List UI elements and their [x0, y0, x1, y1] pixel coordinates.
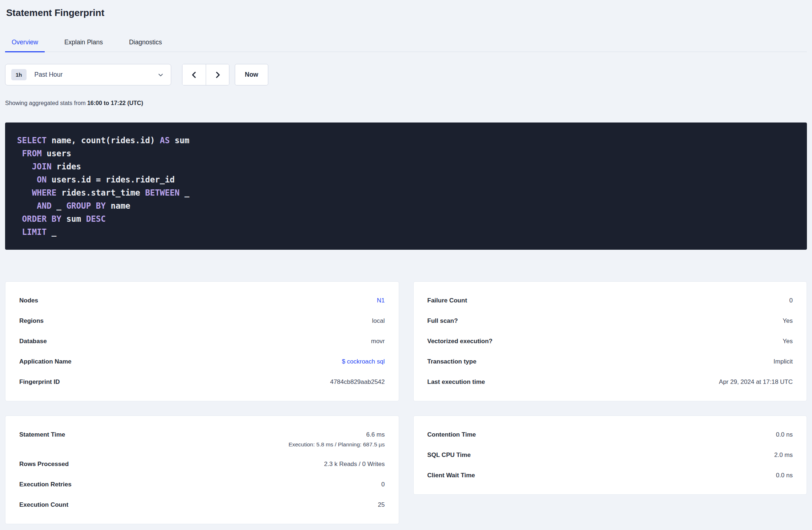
tab-explain-plans[interactable]: Explain Plans — [58, 37, 109, 52]
row-value: 0 — [381, 481, 385, 488]
stats-caption-prefix: Showing aggregated stats from — [5, 100, 87, 106]
sql-keyword: FROM — [22, 149, 42, 158]
chevron-down-icon — [157, 71, 164, 79]
execution-attributes-card: Failure Count 0 Full scan? Yes Vectorize… — [413, 281, 807, 401]
chevron-right-icon — [213, 71, 222, 79]
row-label: Failure Count — [427, 296, 467, 305]
sql-text — [17, 162, 32, 171]
summary-row: Vectorized execution? Yes — [427, 331, 793, 352]
time-range-nav — [182, 64, 229, 85]
sql-text — [17, 175, 37, 184]
summary-row: Client Wait Time 0.0 ns — [427, 465, 793, 486]
sql-keyword: WHERE — [32, 188, 57, 197]
interval-badge: 1h — [11, 69, 27, 80]
chevron-left-icon — [190, 71, 198, 79]
summary-row: Full scan? Yes — [427, 311, 793, 331]
summary-row: Transaction type Implicit — [427, 352, 793, 372]
row-label: Statement Time — [19, 430, 65, 439]
sql-statement-box: SELECT name, count(rides.id) AS sum FROM… — [5, 123, 807, 250]
tab-diagnostics[interactable]: Diagnostics — [122, 37, 168, 52]
summary-cards-bottom: Statement Time 6.6 ms Execution: 5.8 ms … — [5, 415, 807, 524]
next-range-button[interactable] — [206, 64, 229, 85]
row-value: 6.6 ms — [366, 431, 385, 438]
row-label: SQL CPU Time — [427, 451, 471, 459]
row-label: Rows Processed — [19, 460, 69, 469]
sql-keyword: JOIN — [32, 162, 52, 171]
sql-keyword: SELECT — [17, 136, 47, 145]
sql-text: _ — [180, 188, 189, 197]
time-controls: 1h Past Hour Now — [5, 64, 807, 85]
statement-times-card: Statement Time 6.6 ms Execution: 5.8 ms … — [5, 415, 399, 524]
row-value-link[interactable]: $ cockroach sql — [342, 358, 385, 365]
statement-details-card: Nodes N1 Regions local Database — [5, 281, 399, 401]
row-label: Client Wait Time — [427, 471, 475, 480]
sql-keyword: ORDER BY — [22, 214, 61, 224]
sql-text: _ — [47, 227, 56, 237]
summary-row: Execution Retries 0 — [19, 474, 385, 495]
tab-label: Diagnostics — [129, 39, 162, 46]
row-value: Implicit — [773, 358, 793, 365]
stats-caption: Showing aggregated stats from 16:00 to 1… — [5, 99, 807, 107]
sql-keyword: AND — [37, 201, 52, 210]
row-value: Apr 29, 2024 at 17:18 UTC — [719, 378, 793, 385]
summary-row: Execution Count 25 — [19, 495, 385, 515]
sql-text — [17, 214, 22, 224]
row-value: local — [372, 317, 385, 324]
sql-text: _ — [52, 201, 67, 210]
summary-row: Regions local — [19, 311, 385, 331]
row-label: Contention Time — [427, 430, 476, 439]
tab-label: Explain Plans — [64, 39, 103, 46]
stats-caption-range: 16:00 to 17:22 (UTC) — [87, 100, 143, 106]
row-label: Nodes — [19, 296, 38, 305]
summary-row: Fingerprint ID 4784cb829aab2542 — [19, 372, 385, 392]
row-label: Transaction type — [427, 357, 477, 366]
row-label: Last execution time — [427, 378, 485, 386]
row-label: Full scan? — [427, 317, 458, 325]
row-label: Vectorized execution? — [427, 337, 493, 346]
time-range-label: Past Hour — [35, 71, 157, 79]
page-title: Statement Fingerprint — [6, 7, 807, 19]
time-range-selector[interactable]: 1h Past Hour — [5, 64, 171, 85]
row-value: 0 — [789, 297, 793, 304]
sql-text — [17, 149, 22, 158]
sql-text — [17, 227, 22, 237]
summary-cards-top: Nodes N1 Regions local Database — [5, 281, 807, 401]
row-value: 0.0 ns — [776, 472, 793, 479]
row-value: 4784cb829aab2542 — [330, 378, 385, 385]
row-subvalue: Execution: 5.8 ms / Planning: 687.5 µs — [289, 441, 385, 448]
summary-row: Last execution time Apr 29, 2024 at 17:1… — [427, 372, 793, 392]
row-label: Execution Retries — [19, 480, 72, 489]
sql-text: name, count(rides.id) — [47, 136, 160, 145]
tab-bar: Overview Explain Plans Diagnostics — [5, 37, 807, 52]
sql-keyword: BETWEEN — [145, 188, 180, 197]
previous-range-button[interactable] — [182, 64, 206, 85]
sql-text — [17, 201, 37, 210]
sql-keyword: AS — [160, 136, 170, 145]
row-value: 2.0 ms — [774, 451, 793, 458]
summary-row: Rows Processed 2.3 k Reads / 0 Writes — [19, 454, 385, 474]
sql-keyword: LIMIT — [22, 227, 47, 237]
sql-text: sum — [170, 136, 189, 145]
summary-row: Failure Count 0 — [427, 290, 793, 311]
row-label: Regions — [19, 317, 44, 325]
summary-row: Contention Time 0.0 ns — [427, 425, 793, 445]
sql-text: users — [42, 149, 71, 158]
summary-row: SQL CPU Time 2.0 ms — [427, 445, 793, 465]
row-value: 25 — [378, 501, 385, 508]
sql-text: rides.start_time — [56, 188, 145, 197]
summary-row: Database movr — [19, 331, 385, 352]
row-value-link[interactable]: N1 — [377, 297, 385, 304]
tab-label: Overview — [12, 39, 38, 46]
now-button[interactable]: Now — [235, 64, 268, 85]
sql-keyword: ON — [37, 175, 47, 184]
summary-row: Statement Time 6.6 ms Execution: 5.8 ms … — [19, 425, 385, 454]
sql-text: users.id = rides.rider_id — [47, 175, 174, 184]
sql-keyword: DESC — [86, 214, 106, 224]
row-label: Fingerprint ID — [19, 378, 60, 386]
summary-row: Nodes N1 — [19, 290, 385, 311]
statement-fingerprint-page: Statement Fingerprint Overview Explain P… — [0, 0, 812, 524]
row-label: Execution Count — [19, 501, 68, 509]
tab-overview[interactable]: Overview — [5, 37, 45, 52]
sql-text — [17, 188, 32, 197]
sql-keyword: GROUP BY — [66, 201, 105, 210]
